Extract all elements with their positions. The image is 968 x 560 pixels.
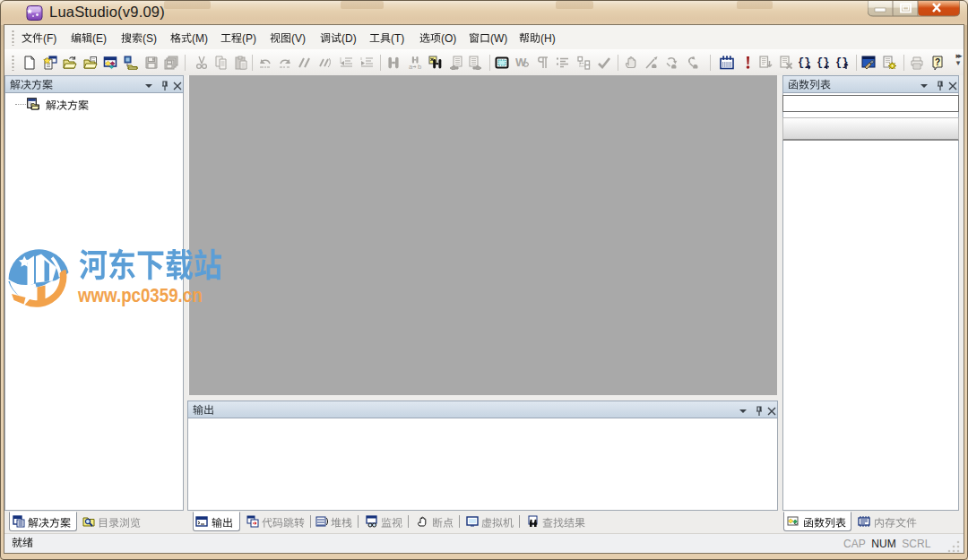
- svg-text:?: ?: [935, 57, 940, 67]
- svg-text:b: b: [418, 63, 421, 70]
- svg-text:a: a: [409, 63, 413, 70]
